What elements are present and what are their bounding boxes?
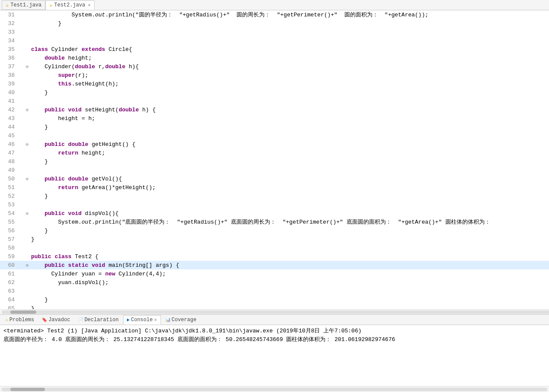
editor-hscrollbar[interactable]: [0, 309, 549, 314]
bottom-tab-label-problems: Problems: [9, 317, 35, 323]
code-text-31: System.out.println("圆的半径为： "+getRadius()…: [30, 11, 429, 19]
fold-indicator-42[interactable]: ⊖: [24, 107, 30, 113]
code-line-37: 37⊖ Cylinder(double r,double h){: [0, 62, 549, 71]
bottom-tab-console[interactable]: ▶Console ✕: [123, 315, 161, 325]
fold-indicator-50[interactable]: ⊖: [24, 176, 30, 182]
code-line-47: 47 return height;: [0, 149, 549, 157]
tab-test2-label: Test2.java: [54, 2, 85, 8]
code-line-38: 38 super(r);: [0, 71, 549, 79]
bottom-tab-declaration[interactable]: 📄Declaration: [75, 315, 122, 325]
fold-indicator-46[interactable]: ⊖: [24, 142, 30, 147]
code-text-43: height = h;: [30, 115, 95, 122]
fold-indicator-60[interactable]: ⊖: [24, 262, 30, 268]
code-text-32: }: [30, 20, 61, 27]
tab-test1[interactable]: ☕ Test1.java: [2, 0, 45, 10]
code-line-50: 50⊖ public double getVol(){: [0, 174, 549, 183]
bottom-tab-label-console: Console: [131, 317, 153, 323]
code-line-36: 36 double height;: [0, 54, 549, 62]
code-line-52: 52 }: [0, 192, 549, 200]
code-line-39: 39 this.setHeight(h);: [0, 79, 549, 88]
line-number-40: 40: [0, 89, 17, 96]
code-text-60: public static void main(String[] args) {: [30, 262, 179, 269]
bottom-tab-bar: ⚠Problems🔖Javadoc📄Declaration▶Console ✕📊…: [0, 315, 549, 325]
code-line-45: 45: [0, 131, 549, 140]
tab-test2[interactable]: ☕ Test2.java ✕: [45, 0, 95, 10]
line-number-57: 57: [0, 236, 17, 243]
line-number-48: 48: [0, 158, 17, 165]
code-line-53: 53: [0, 200, 549, 209]
bottom-tab-close-console[interactable]: ✕: [154, 317, 157, 322]
tab-test2-close[interactable]: ✕: [88, 2, 91, 8]
bottom-tab-javadoc[interactable]: 🔖Javadoc: [38, 315, 73, 325]
code-line-33: 33: [0, 28, 549, 36]
code-line-57: 57}: [0, 235, 549, 243]
line-number-54: 54: [0, 210, 17, 217]
code-text-38: super(r);: [30, 72, 88, 79]
bottom-tab-label-declaration: Declaration: [85, 317, 119, 323]
console-hscrollbar[interactable]: [0, 386, 549, 392]
line-number-61: 61: [0, 271, 17, 277]
code-text-54: public void dispVol(){: [30, 210, 119, 217]
line-number-51: 51: [0, 184, 17, 191]
code-line-58: 58: [0, 243, 549, 252]
code-text-50: public double getVol(){: [30, 176, 122, 182]
declaration-icon: 📄: [78, 317, 83, 322]
code-line-46: 46⊖ public double getHeight() {: [0, 140, 549, 149]
code-line-48: 48 }: [0, 157, 549, 166]
line-number-44: 44: [0, 124, 17, 130]
line-number-58: 58: [0, 245, 17, 251]
code-lines: 31 System.out.println("圆的半径为： "+getRadiu…: [0, 10, 549, 309]
hscrollbar-track[interactable]: [2, 310, 549, 314]
code-text-40: }: [30, 89, 48, 96]
line-number-37: 37: [0, 63, 17, 70]
code-line-44: 44 }: [0, 123, 549, 131]
fold-indicator-37[interactable]: ⊖: [24, 64, 30, 70]
line-number-62: 62: [0, 279, 17, 286]
console-icon: ▶: [127, 317, 130, 322]
bottom-tab-problems[interactable]: ⚠Problems: [2, 315, 38, 325]
bottom-tab-label-javadoc: Javadoc: [48, 317, 70, 323]
code-text-56: }: [30, 228, 48, 234]
code-line-42: 42⊖ public void setHeight(double h) {: [0, 105, 549, 114]
code-line-51: 51 return getArea()*getHeight();: [0, 183, 549, 192]
code-text-44: }: [30, 124, 48, 130]
line-number-64: 64: [0, 297, 17, 303]
line-number-33: 33: [0, 29, 17, 35]
code-line-49: 49: [0, 166, 549, 174]
line-number-52: 52: [0, 193, 17, 199]
line-number-34: 34: [0, 38, 17, 44]
code-text-37: Cylinder(double r,double h){: [30, 63, 139, 70]
code-line-43: 43 height = h;: [0, 114, 549, 123]
tab-test1-label: Test1.java: [10, 2, 41, 8]
bottom-tab-coverage[interactable]: 📊Coverage: [162, 315, 200, 325]
code-line-64: 64 }: [0, 295, 549, 304]
console-output-line: 底面圆的半径为： 4.0 底面圆的周长为： 25.132741228718345…: [3, 335, 546, 344]
bottom-tab-label-coverage: Coverage: [172, 317, 197, 323]
line-number-31: 31: [0, 12, 17, 18]
console-scrollbar-track[interactable]: [2, 388, 547, 391]
code-line-54: 54⊖ public void dispVol(){: [0, 209, 549, 218]
code-line-32: 32 }: [0, 19, 549, 28]
code-text-46: public double getHeight() {: [30, 141, 136, 148]
code-text-51: return getArea()*getHeight();: [30, 184, 156, 191]
code-text-55: System.out.println("底面圆的半径为： "+getRadius…: [30, 218, 490, 226]
line-number-46: 46: [0, 141, 17, 148]
editor-area: 31 System.out.println("圆的半径为： "+getRadiu…: [0, 10, 549, 314]
code-text-61: Cylinder yuan = new Cylinder(4,4);: [30, 271, 166, 277]
line-number-47: 47: [0, 150, 17, 156]
code-line-40: 40 }: [0, 88, 549, 97]
line-number-49: 49: [0, 167, 17, 174]
line-number-38: 38: [0, 72, 17, 79]
hscrollbar-thumb[interactable]: [10, 310, 36, 314]
code-text-35: class Cylinder extends Circle{: [30, 46, 132, 53]
code-line-59: 59public class Test2 {: [0, 252, 549, 261]
fold-indicator-54[interactable]: ⊖: [24, 211, 30, 216]
line-number-60: 60: [0, 262, 17, 269]
console-scrollbar-thumb[interactable]: [10, 388, 45, 391]
line-number-59: 59: [0, 253, 17, 260]
line-number-45: 45: [0, 133, 17, 139]
code-line-62: 62 yuan.dispVol();: [0, 278, 549, 287]
line-number-53: 53: [0, 202, 17, 208]
code-line-35: 35class Cylinder extends Circle{: [0, 45, 549, 54]
editor-tab-bar: ☕ Test1.java ☕ Test2.java ✕: [0, 0, 549, 10]
